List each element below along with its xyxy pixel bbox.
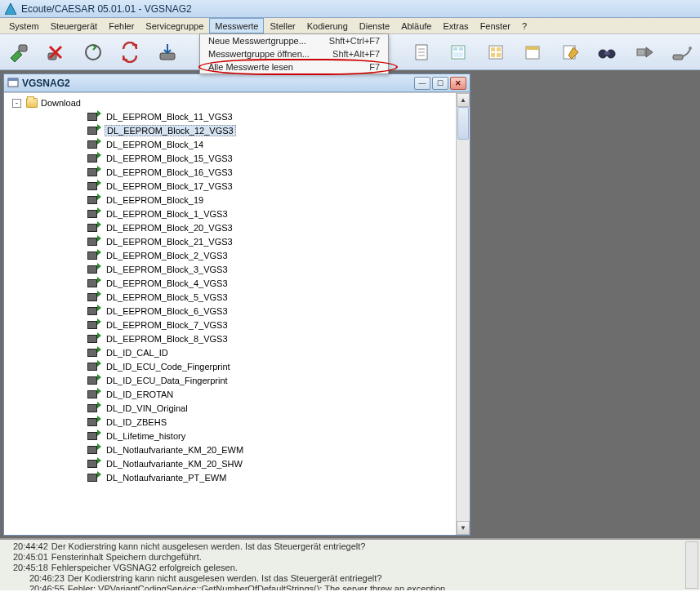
block-icon (87, 305, 100, 316)
tree-item[interactable]: DL_ID_CAL_ID (6, 345, 454, 359)
inner-window-title: VGSNAG2 (22, 78, 411, 89)
menu-servicegruppe[interactable]: Servicegruppe (140, 18, 209, 33)
menu-item-messwertgruppe-oeffnen[interactable]: Messwertgruppe öffnen... Shft+Alt+F7 (200, 47, 388, 60)
log-message: Der Kodierstring kann nicht ausgelesen w… (51, 541, 366, 552)
menu-help[interactable]: ? (516, 18, 533, 33)
tree-item-label: DL_EEPROM_Block_7_VGS3 (105, 320, 230, 330)
tree-item-label: DL_Notlaufvariante_KM_20_EWM (105, 445, 245, 455)
menu-messwerte[interactable]: Messwerte (209, 18, 264, 33)
tree-item[interactable]: DL_ID_ZBEHS (6, 415, 454, 429)
log-line: 20:46:23Der Kodierstring kann nicht ausg… (5, 573, 695, 584)
collapse-icon[interactable]: - (12, 99, 21, 108)
menu-item-alle-messwerte-lesen[interactable]: Alle Messwerte lesen F7 (200, 60, 388, 73)
tree-item[interactable]: DL_EEPROM_Block_1_VGS3 (6, 207, 454, 220)
tree-item[interactable]: DL_EEPROM_Block_19 (6, 193, 454, 207)
tree-item[interactable]: DL_ID_VIN_Original (6, 401, 454, 415)
tree-item[interactable]: DL_Notlaufvariante_PT_EWM (6, 470, 454, 484)
menu-kodierung[interactable]: Kodierung (301, 18, 354, 33)
close-button[interactable]: ✕ (450, 77, 466, 90)
log-message: Fehler: VPVariantCodingService::GetNumbe… (68, 584, 448, 590)
tree-item[interactable]: DL_EEPROM_Block_3_VGS3 (6, 262, 454, 276)
form-icon[interactable] (445, 38, 472, 66)
tree-item[interactable]: DL_EEPROM_Block_5_VGS3 (6, 290, 454, 304)
menu-ablaeufe[interactable]: Abläufe (395, 18, 437, 33)
tree-item-label: DL_ID_ZBEHS (105, 417, 168, 427)
tree-item[interactable]: DL_EEPROM_Block_4_VGS3 (6, 276, 454, 290)
tree-item[interactable]: DL_Lifetime_history (6, 429, 454, 443)
play-icon[interactable] (631, 38, 658, 66)
tree-item[interactable]: DL_EEPROM_Block_15_VGS3 (6, 151, 454, 165)
block-icon (87, 403, 100, 413)
minimize-button[interactable]: — (414, 77, 430, 90)
menu-fehler[interactable]: Fehler (103, 18, 140, 33)
tree-item[interactable]: DL_ID_EROTAN (6, 387, 454, 401)
tree-item[interactable]: DL_EEPROM_Block_14 (6, 137, 454, 151)
tree-item[interactable]: DL_EEPROM_Block_11_VGS3 (6, 109, 454, 123)
refresh-circle-icon[interactable] (79, 38, 106, 66)
block-icon (87, 180, 100, 191)
tree-item[interactable]: DL_EEPROM_Block_16_VGS3 (6, 165, 454, 179)
tree-item-label: DL_EEPROM_Block_6_VGS3 (105, 306, 230, 316)
tree-item[interactable]: DL_EEPROM_Block_2_VGS3 (6, 248, 454, 262)
tree-item[interactable]: DL_ID_ECU_Code_Fingerprint (6, 359, 454, 373)
cal-icon[interactable] (519, 38, 546, 66)
tree-item[interactable]: DL_EEPROM_Block_6_VGS3 (6, 304, 454, 318)
tree-item[interactable]: DL_ID_ECU_Data_Fingerprint (6, 373, 454, 387)
menu-dienste[interactable]: Dienste (354, 18, 395, 33)
tree-item[interactable]: DL_EEPROM_Block_20_VGS3 (6, 220, 454, 234)
edit-icon[interactable] (556, 38, 583, 66)
vertical-scrollbar[interactable]: ▲ ▼ (456, 93, 470, 535)
doc-icon[interactable] (408, 38, 435, 66)
block-icon (87, 264, 100, 274)
tree-item[interactable]: DL_Notlaufvariante_KM_20_SHW (6, 456, 454, 470)
disconnect-icon[interactable] (42, 38, 69, 66)
log-time: 20:45:18 (13, 563, 48, 573)
tree-item[interactable]: DL_EEPROM_Block_17_VGS3 (6, 179, 454, 193)
scroll-down-button[interactable]: ▼ (457, 521, 470, 535)
block-icon (87, 111, 100, 122)
tree-content[interactable]: - Download DL_EEPROM_Block_11_VGS3DL_EEP… (4, 93, 456, 535)
tree-item[interactable]: DL_EEPROM_Block_12_VGS3 (6, 123, 454, 137)
menu-system[interactable]: System (3, 18, 45, 33)
tree-item-label: DL_EEPROM_Block_5_VGS3 (105, 292, 230, 302)
scroll-track[interactable] (457, 107, 470, 521)
maximize-button[interactable]: ☐ (432, 77, 448, 90)
log-message: Fensterinhalt Speichern durchgeführt. (51, 552, 202, 563)
svg-rect-23 (604, 51, 609, 55)
log-line: 20:46:55Fehler: VPVariantCodingService::… (5, 584, 695, 590)
menu-item-label: Messwertgruppe öffnen... (208, 49, 310, 59)
binoculars-icon[interactable] (594, 38, 621, 66)
block-icon (87, 139, 100, 149)
form2-icon[interactable] (482, 38, 509, 66)
wand-icon[interactable] (668, 38, 695, 66)
menu-fenster[interactable]: Fenster (475, 18, 516, 33)
app-titlebar: Ecoute/CAESAR 05.01.01 - VGSNAG2 (0, 0, 700, 18)
save-icon[interactable] (154, 38, 181, 66)
block-icon (87, 472, 100, 483)
scroll-thumb[interactable] (457, 107, 469, 140)
tree-item[interactable]: DL_EEPROM_Block_7_VGS3 (6, 318, 454, 332)
block-icon (87, 361, 100, 372)
tree-item[interactable]: DL_EEPROM_Block_8_VGS3 (6, 332, 454, 345)
menu-item-neue-messwertgruppe[interactable]: Neue Messwertgruppe... Shft+Ctrl+F7 (200, 34, 388, 47)
tree-item[interactable]: DL_EEPROM_Block_21_VGS3 (6, 234, 454, 248)
menu-extras[interactable]: Extras (437, 18, 474, 33)
block-icon (87, 375, 100, 385)
block-icon (87, 278, 100, 288)
tree-item-label: DL_EEPROM_Block_20_VGS3 (105, 223, 234, 233)
menu-steuergeraet[interactable]: Steuergerät (45, 18, 103, 33)
tree-item-label: DL_EEPROM_Block_12_VGS3 (105, 125, 236, 136)
tree-item-label: DL_Lifetime_history (105, 431, 187, 441)
inner-window-icon (7, 78, 19, 89)
refresh-swap-icon[interactable] (116, 38, 143, 66)
tree-item-label: DL_EEPROM_Block_16_VGS3 (105, 167, 234, 177)
scroll-up-button[interactable]: ▲ (457, 93, 470, 107)
menu-steller[interactable]: Steller (264, 18, 301, 33)
connect-icon[interactable] (5, 38, 32, 66)
tree-folder[interactable]: - Download (6, 96, 454, 109)
tree-item[interactable]: DL_Notlaufvariante_KM_20_EWM (6, 443, 454, 456)
log-scrollbar[interactable] (685, 541, 698, 589)
svg-rect-26 (673, 55, 683, 60)
svg-rect-12 (453, 52, 463, 57)
workspace: VGSNAG2 — ☐ ✕ - Download DL_EEPROM_Block… (0, 70, 700, 538)
